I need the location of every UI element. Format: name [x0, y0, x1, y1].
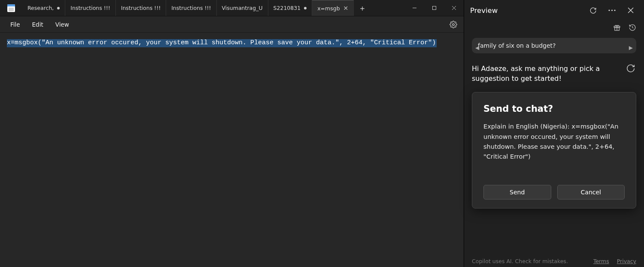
settings-button[interactable]	[447, 18, 459, 31]
refresh-button[interactable]	[586, 3, 600, 18]
regenerate-icon	[626, 64, 635, 73]
tab-label: Instructions !!!	[121, 5, 161, 11]
tab-label: S2210831	[273, 5, 301, 11]
greeting-row: Hi Adaeze, ask me anything or pick a sug…	[472, 64, 636, 83]
minimize-icon	[412, 6, 417, 10]
privacy-link[interactable]: Privacy	[617, 258, 636, 264]
maximize-icon	[432, 6, 437, 10]
tab-label: x=msgb	[317, 5, 340, 12]
send-to-chat-dialog: Send to chat? Explain in English (Nigeri…	[472, 92, 636, 209]
svg-point-4	[453, 23, 455, 25]
svg-point-5	[608, 9, 610, 11]
app-icon	[0, 0, 22, 16]
modified-dot-icon	[304, 7, 307, 9]
send-button[interactable]: Send	[483, 185, 551, 199]
svg-point-6	[611, 9, 612, 11]
window-controls	[404, 0, 464, 16]
new-tab-button[interactable]: ＋	[354, 0, 371, 16]
notepad-icon	[7, 4, 15, 12]
regenerate-button[interactable]	[626, 64, 636, 74]
tab-instructions-1[interactable]: Instructions !!!	[65, 0, 115, 16]
copilot-pane: Preview	[464, 0, 644, 267]
tab-instructions-3[interactable]: Instructions !!!	[166, 0, 216, 16]
close-tab-icon[interactable]: ✕	[343, 5, 349, 11]
ellipsis-icon	[608, 9, 616, 11]
tab-xmsgb[interactable]: x=msgb ✕	[312, 0, 354, 16]
greeting-text: Hi Adaeze, ask me anything or pick a sug…	[472, 64, 620, 83]
svg-rect-1	[432, 6, 436, 10]
dialog-body: Explain in English (Nigeria): x=msgbox("…	[483, 122, 625, 162]
tab-label: Instructions !!!	[70, 5, 110, 11]
tab-bar: Research, Instructions !!! Instructions …	[0, 0, 464, 16]
gift-icon	[613, 24, 621, 31]
minimize-button[interactable]	[404, 0, 424, 16]
terms-link[interactable]: Terms	[593, 258, 609, 264]
chip-next-icon[interactable]: ▶	[629, 45, 633, 51]
history-button[interactable]	[629, 24, 636, 33]
menu-edit[interactable]: Edit	[26, 18, 49, 31]
editor-textarea[interactable]: x=msgbox("An unknown error occured, your…	[0, 33, 464, 267]
dialog-buttons: Send Cancel	[483, 185, 625, 199]
svg-point-7	[614, 9, 615, 11]
side-header: Preview	[464, 0, 644, 21]
gear-icon	[450, 21, 457, 28]
tab-s2210831[interactable]: S2210831	[268, 0, 313, 16]
side-body: ◀ family of six on a budget? ▶ Hi Adaeze…	[464, 36, 644, 267]
tab-instructions-2[interactable]: Instructions !!!	[116, 0, 166, 16]
modified-dot-icon	[57, 7, 60, 9]
tab-label: Instructions !!!	[171, 5, 211, 11]
footer-text: Copilot uses AI. Check for mistakes.	[472, 258, 568, 264]
close-panel-button[interactable]	[623, 3, 638, 18]
dialog-title: Send to chat?	[483, 104, 625, 114]
menu-bar: File Edit View	[0, 16, 464, 33]
more-button[interactable]	[605, 3, 619, 18]
side-toolbar	[464, 21, 644, 36]
footer-note: Copilot uses AI. Check for mistakes. Ter…	[472, 258, 636, 264]
cancel-button[interactable]: Cancel	[557, 185, 625, 199]
maximize-button[interactable]	[424, 0, 444, 16]
selected-text: x=msgbox("An unknown error occured, your…	[7, 39, 437, 47]
tab-research[interactable]: Research,	[22, 0, 65, 16]
suggestion-chip[interactable]: ◀ family of six on a budget? ▶	[472, 38, 636, 53]
chip-text: family of six on a budget?	[478, 42, 556, 49]
close-icon	[628, 7, 634, 13]
close-window-button[interactable]	[444, 0, 464, 16]
menu-view[interactable]: View	[49, 18, 75, 31]
menu-file[interactable]: File	[4, 18, 26, 31]
editor-pane: Research, Instructions !!! Instructions …	[0, 0, 464, 267]
tabs-container: Research, Instructions !!! Instructions …	[22, 0, 404, 16]
tab-label: Research,	[27, 5, 54, 11]
tab-label: Visumantrag_U	[222, 5, 263, 11]
close-icon	[452, 6, 456, 10]
history-icon	[629, 24, 636, 31]
chip-prev-icon[interactable]: ◀	[475, 45, 479, 51]
refresh-icon	[589, 7, 597, 14]
tab-visumantrag[interactable]: Visumantrag_U	[217, 0, 268, 16]
side-title: Preview	[470, 6, 581, 15]
gift-button[interactable]	[613, 24, 621, 33]
